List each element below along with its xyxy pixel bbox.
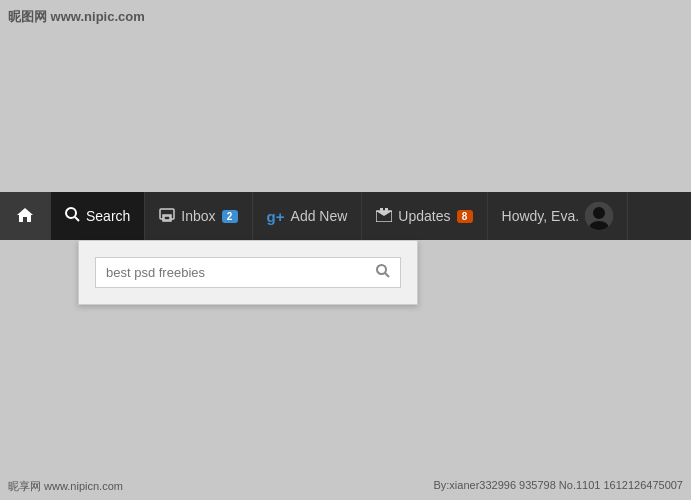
watermark-top: 昵图网 www.nipic.com: [8, 8, 145, 26]
updates-label: Updates: [398, 208, 450, 224]
add-new-icon: g+: [267, 209, 285, 224]
search-input[interactable]: [106, 265, 376, 280]
svg-rect-9: [385, 208, 388, 212]
svg-line-2: [75, 217, 79, 221]
nav-home[interactable]: [0, 192, 51, 240]
search-dropdown: [78, 240, 418, 305]
nav-search[interactable]: Search: [51, 192, 145, 240]
watermark-bottom: 昵享网 www.nipicn.com By:xianer332996 93579…: [0, 479, 691, 494]
nav-howdy[interactable]: Howdy, Eva.: [488, 192, 629, 240]
svg-rect-8: [380, 208, 383, 212]
howdy-label: Howdy, Eva.: [502, 208, 580, 224]
search-input-wrapper: [95, 257, 401, 288]
svg-line-14: [385, 273, 389, 277]
search-submit-icon[interactable]: [376, 264, 390, 281]
nav-inbox[interactable]: Inbox 2: [145, 192, 252, 240]
inbox-icon: [159, 208, 175, 225]
svg-point-13: [377, 265, 386, 274]
nav-add-new[interactable]: g+ Add New: [253, 192, 363, 240]
svg-rect-5: [164, 216, 170, 220]
home-icon: [16, 207, 34, 226]
search-label: Search: [86, 208, 130, 224]
navbar: Search Inbox 2 g+ Add New Updates 8: [0, 192, 691, 240]
avatar: [585, 202, 613, 230]
inbox-badge: 2: [222, 210, 238, 223]
svg-point-11: [593, 207, 605, 219]
svg-marker-0: [17, 208, 33, 222]
svg-point-1: [66, 208, 76, 218]
svg-marker-7: [376, 211, 392, 216]
search-nav-icon: [65, 207, 80, 225]
updates-icon: [376, 208, 392, 225]
nav-updates[interactable]: Updates 8: [362, 192, 487, 240]
add-new-label: Add New: [291, 208, 348, 224]
inbox-label: Inbox: [181, 208, 215, 224]
watermark-bottom-left: 昵享网 www.nipicn.com: [8, 479, 123, 494]
updates-badge: 8: [457, 210, 473, 223]
watermark-bottom-right: By:xianer332996 935798 No.1101 161212647…: [433, 479, 683, 494]
